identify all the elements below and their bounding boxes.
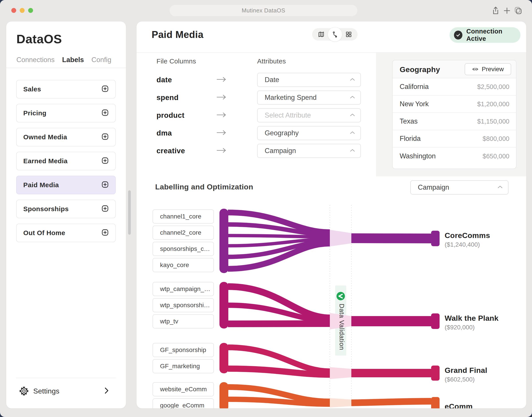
grid-view-icon[interactable]: [345, 31, 352, 38]
validation-merge-zone: [330, 230, 351, 246]
settings-row[interactable]: Settings: [6, 383, 126, 399]
mapping-row: date Date: [137, 71, 380, 89]
zoom-window-button[interactable]: [28, 8, 33, 13]
source-node-bar[interactable]: [220, 382, 228, 408]
arrow-right-icon: [216, 130, 227, 136]
sidebar-item-sales[interactable]: Sales: [16, 80, 116, 98]
eye-icon: [472, 67, 479, 72]
validation-check-icon[interactable]: [336, 292, 345, 300]
file-column-name: spend: [157, 93, 179, 102]
geography-row: California $2,500,000: [392, 78, 516, 96]
connection-status-label: Connection Active: [466, 28, 521, 42]
minimize-window-button[interactable]: [20, 8, 25, 13]
flow-group-grand-final[interactable]: [228, 347, 330, 375]
add-label-icon[interactable]: [101, 133, 109, 142]
data-validation-label: Data Validation: [336, 304, 345, 353]
add-label-icon[interactable]: [101, 109, 109, 118]
target-label: eComm: [445, 402, 472, 408]
sidebar-divider: [6, 68, 126, 68]
share-icon[interactable]: [491, 6, 500, 15]
sidebar-item-paid-media[interactable]: Paid Media: [16, 176, 116, 194]
flow-group-corecomms[interactable]: [228, 212, 330, 269]
target-node-bar[interactable]: [431, 313, 440, 329]
sidebar-item-earned-media[interactable]: Earned Media: [16, 152, 116, 170]
target-node-bar[interactable]: [431, 397, 440, 408]
source-chip[interactable]: google_eComm: [152, 398, 214, 408]
mapping-row: dma Geography: [137, 124, 380, 142]
add-label-icon[interactable]: [101, 85, 109, 94]
flow-group-ecomm[interactable]: [228, 387, 330, 404]
main-panel: Paid Media Connection Active File Column…: [137, 21, 526, 408]
geography-row: Texas $1,150,000: [392, 113, 516, 130]
sidebar-scrollbar-thumb[interactable]: [128, 190, 131, 235]
sidebar-item-sponsorships[interactable]: Sponsorships: [16, 200, 116, 218]
tab-labels[interactable]: Labels: [62, 56, 84, 64]
source-chip[interactable]: GF_sponsorship: [152, 343, 214, 357]
map-view-icon[interactable]: [318, 31, 324, 38]
merged-flow[interactable]: [351, 401, 431, 403]
source-node-bar[interactable]: [220, 282, 228, 329]
tab-config[interactable]: Config: [91, 56, 111, 64]
target-node-bar[interactable]: [431, 231, 440, 246]
flow-group-walk-the-plank[interactable]: [228, 287, 330, 324]
close-window-button[interactable]: [11, 8, 16, 13]
chevron-up-icon: [350, 113, 355, 117]
source-chip[interactable]: wtp_sponsorshi…: [152, 298, 214, 312]
campaign-dropdown[interactable]: Campaign: [410, 180, 509, 195]
attribute-select[interactable]: Marketing Spend: [257, 91, 361, 105]
section-title: Labelling and Optimization: [155, 183, 253, 191]
mapping-row: creative Campaign: [137, 142, 380, 160]
add-label-icon[interactable]: [101, 205, 109, 213]
tab-overview-icon[interactable]: [513, 6, 523, 15]
arrow-right-icon: [216, 94, 227, 101]
source-chip[interactable]: GF_marketing: [152, 359, 214, 373]
window-title: Mutinex DataOS: [170, 5, 357, 16]
geography-card: Geography Preview California $2,500,000 …: [392, 60, 516, 169]
add-label-icon[interactable]: [101, 181, 109, 189]
file-column-name: product: [157, 111, 184, 120]
geography-row: Washington $650,000: [392, 147, 516, 165]
chevron-up-icon: [497, 186, 503, 189]
arrow-right-icon: [216, 112, 227, 119]
sidebar-item-owned-media[interactable]: Owned Media: [16, 128, 116, 146]
arrow-right-icon: [216, 147, 227, 154]
geography-row: New York $1,200,000: [392, 96, 516, 113]
sidebar-item-out-of-home[interactable]: Out Of Home: [16, 224, 116, 242]
attribute-select[interactable]: Select Attribute: [257, 108, 361, 122]
source-chip[interactable]: wtp_campaign_…: [152, 282, 214, 296]
target-node-bar[interactable]: [431, 365, 440, 381]
check-icon: [454, 31, 462, 40]
chevron-up-icon: [350, 78, 355, 82]
attribute-select[interactable]: Date: [257, 73, 361, 87]
view-switcher: [312, 28, 358, 41]
tab-connections[interactable]: Connections: [16, 56, 55, 64]
app-window: Mutinex DataOS DataOS Connections Labels…: [0, 0, 532, 417]
arrow-right-icon: [216, 76, 227, 83]
attribute-select[interactable]: Geography: [257, 126, 361, 140]
file-columns-header: File Columns: [157, 57, 196, 65]
preview-button[interactable]: Preview: [465, 63, 511, 75]
target-label: Grand Final ($602,500): [445, 366, 487, 383]
file-column-name: date: [157, 76, 172, 84]
connection-status-badge: Connection Active: [450, 27, 521, 43]
mapping-row: spend Marketing Spend: [137, 89, 380, 106]
new-tab-icon[interactable]: [502, 6, 512, 15]
add-label-icon[interactable]: [101, 156, 109, 166]
attributes-header: Attributes: [257, 57, 286, 65]
source-node-bar[interactable]: [220, 343, 228, 373]
source-chip[interactable]: kayo_core: [152, 258, 214, 272]
chevron-up-icon: [350, 149, 355, 153]
flow-view-icon[interactable]: [331, 31, 338, 38]
sidebar-item-pricing[interactable]: Pricing: [16, 104, 116, 122]
source-chip[interactable]: wtp_tv: [152, 314, 214, 329]
source-chip[interactable]: channel1_core: [152, 209, 214, 224]
settings-divider: [16, 378, 116, 378]
source-chip[interactable]: sponsorships_c…: [152, 242, 214, 256]
merged-flow[interactable]: [351, 238, 431, 239]
source-node-bar[interactable]: [220, 209, 228, 273]
file-column-name: creative: [157, 147, 185, 155]
attribute-select[interactable]: Campaign: [257, 144, 361, 158]
add-label-icon[interactable]: [101, 229, 109, 237]
source-chip[interactable]: website_eComm: [152, 382, 214, 396]
source-chip[interactable]: channel2_core: [152, 226, 214, 240]
